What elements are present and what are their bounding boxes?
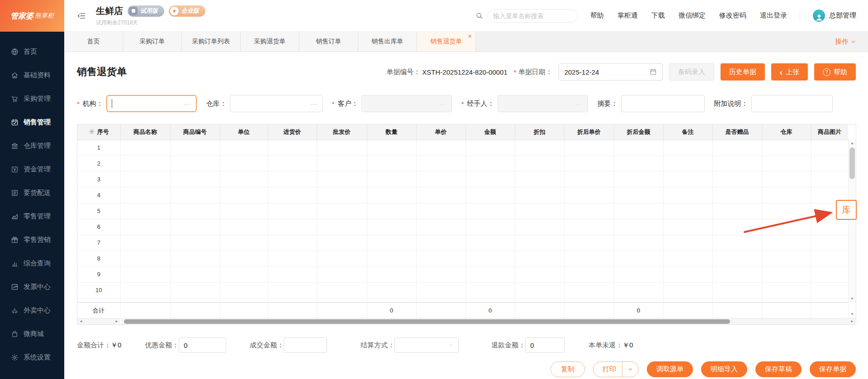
grid-cell[interactable] (762, 187, 811, 203)
sidebar-item-query[interactable]: 综合查询 (0, 251, 64, 275)
row-number-cell[interactable]: 2 (77, 156, 120, 171)
grid-cell[interactable] (268, 219, 317, 235)
grid-cell[interactable] (170, 171, 220, 187)
grid-cell[interactable] (367, 219, 416, 235)
grid-cell[interactable] (712, 266, 762, 282)
grid-cell[interactable] (317, 251, 367, 266)
grid-cell[interactable] (614, 282, 663, 298)
tab-item-3[interactable]: 采购订单列表 (182, 32, 241, 52)
grid-cell[interactable] (120, 140, 170, 156)
grid-cell[interactable] (367, 235, 416, 251)
grid-cell[interactable] (120, 171, 170, 187)
copy-button[interactable]: 复制 (550, 361, 585, 377)
grid-cell[interactable] (317, 156, 367, 171)
grid-cell[interactable] (811, 219, 848, 235)
prev-doc-button[interactable]: ‹ 上张 (771, 63, 808, 81)
grid-cell[interactable] (268, 282, 317, 298)
grid-cell[interactable] (712, 282, 762, 298)
grid-cell[interactable] (663, 282, 712, 298)
hscroll-thumb[interactable] (124, 319, 730, 324)
grid-cell[interactable] (762, 140, 811, 156)
row-number-cell[interactable]: 6 (77, 219, 120, 235)
grid-cell[interactable] (465, 219, 515, 235)
grid-cell[interactable] (465, 171, 515, 187)
grid-cell[interactable] (120, 282, 170, 298)
grid-cell[interactable] (220, 187, 268, 203)
grid-cell[interactable] (614, 219, 663, 235)
user-menu[interactable]: 总部管理 (813, 9, 856, 22)
frozen-pane-hscrollbar[interactable]: ◄ ► (77, 318, 120, 324)
grid-cell[interactable] (367, 203, 416, 219)
wechat-bind-link[interactable]: 微信绑定 (678, 11, 706, 20)
grid-cell[interactable] (416, 140, 465, 156)
grid-cell[interactable] (465, 187, 515, 203)
grid-cell[interactable] (712, 156, 762, 171)
grid-cell[interactable] (811, 251, 848, 266)
grid-cell[interactable] (465, 235, 515, 251)
grid-cell[interactable] (564, 251, 614, 266)
row-number-cell[interactable]: 8 (77, 251, 120, 266)
grid-cell[interactable] (614, 251, 663, 266)
grid-cell[interactable] (663, 187, 712, 203)
customer-input[interactable]: ··· (361, 95, 452, 112)
grid-cell[interactable] (170, 235, 220, 251)
grid-cell[interactable] (120, 219, 170, 235)
grid-cell[interactable] (317, 266, 367, 282)
grid-cell[interactable] (564, 266, 614, 282)
tab-item-5[interactable]: 销售订单 (299, 32, 358, 52)
grid-cell[interactable] (515, 187, 564, 203)
remark-input[interactable] (621, 95, 705, 112)
grid-cell[interactable] (220, 171, 268, 187)
tab-close-icon[interactable]: × (468, 33, 472, 40)
collapse-menu-icon[interactable] (77, 11, 86, 20)
grid-cell[interactable] (465, 203, 515, 219)
handler-input[interactable]: ··· (498, 95, 588, 112)
grid-cell[interactable] (416, 251, 465, 266)
doc-date-input[interactable]: 2025-12-24 (559, 63, 663, 81)
sidebar-item-home[interactable]: 首页 (0, 40, 64, 63)
grid-cell[interactable] (663, 156, 712, 171)
grid-cell[interactable] (663, 219, 712, 235)
grid-cell[interactable] (614, 187, 663, 203)
grid-cell[interactable] (515, 140, 564, 156)
grid-cell[interactable] (220, 251, 268, 266)
sidebar-item-micro-mall[interactable]: 微商城 (0, 322, 64, 346)
grid-cell[interactable] (268, 156, 317, 171)
grid-cell[interactable] (268, 171, 317, 187)
grid-cell[interactable] (170, 187, 220, 203)
grid-cell[interactable] (170, 298, 220, 302)
grid-cell[interactable] (811, 266, 848, 282)
sidebar-item-retail[interactable]: 零售管理 (0, 204, 64, 228)
row-number-cell[interactable]: 3 (77, 171, 120, 187)
grid-cell[interactable] (465, 251, 515, 266)
grid-cell[interactable] (515, 251, 564, 266)
grid-cell[interactable] (564, 282, 614, 298)
grid-cell[interactable] (712, 187, 762, 203)
org-input[interactable]: ··· (106, 95, 197, 112)
row-number-cell[interactable]: 1 (77, 140, 120, 156)
row-number-cell[interactable]: 7 (77, 235, 120, 251)
grid-cell[interactable] (663, 203, 712, 219)
grid-cell[interactable] (762, 282, 811, 298)
tab-item-2[interactable]: 采购订单 (123, 32, 182, 52)
download-link[interactable]: 下载 (651, 11, 665, 20)
grid-cell[interactable] (220, 203, 268, 219)
grid-cell[interactable] (367, 251, 416, 266)
sidebar-item-sales[interactable]: 销售管理 (0, 110, 64, 134)
grid-cell[interactable] (614, 235, 663, 251)
grid-cell[interactable] (614, 298, 663, 302)
grid-cell[interactable] (416, 298, 465, 302)
grid-cell[interactable] (317, 298, 367, 302)
grid-cell[interactable] (614, 140, 663, 156)
grid-cell[interactable] (614, 203, 663, 219)
row-number-cell[interactable]: 9 (77, 266, 120, 282)
grid-cell[interactable] (712, 203, 762, 219)
ellipsis-icon[interactable]: ··· (184, 100, 191, 107)
grid-cell[interactable] (811, 156, 848, 171)
tab-item-6[interactable]: 销售出库单 (358, 32, 417, 52)
help-link[interactable]: 帮助 (590, 11, 604, 20)
scroll-left-icon[interactable]: ◄ (79, 319, 83, 323)
grid-cell[interactable] (170, 140, 220, 156)
table-vertical-scrollbar[interactable]: ▲ ▼ (848, 140, 856, 302)
grid-cell[interactable] (515, 203, 564, 219)
